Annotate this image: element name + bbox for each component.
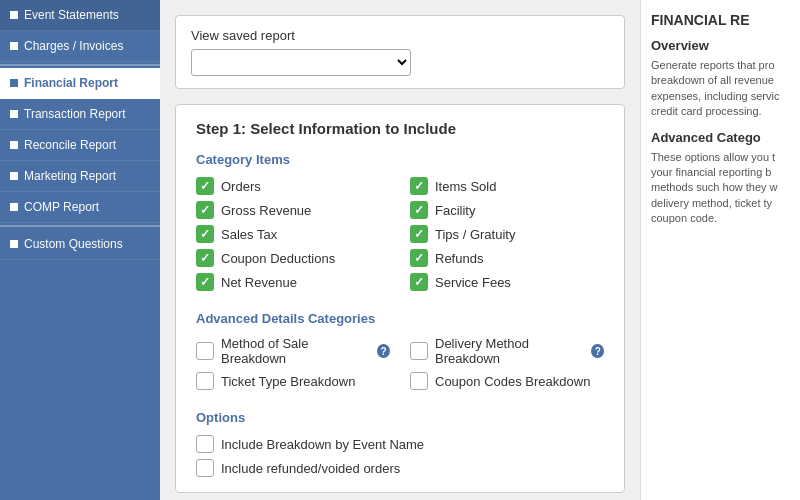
- saved-report-box: View saved report: [175, 15, 625, 89]
- step-box: Step 1: Select Information to Include Ca…: [175, 104, 625, 493]
- checkbox-method-of-sale: Method of Sale Breakdown ?: [196, 336, 390, 366]
- sidebar-item-charges-invoices[interactable]: Charges / Invoices: [0, 31, 160, 62]
- saved-report-select[interactable]: [191, 49, 411, 76]
- method-of-sale-label: Method of Sale Breakdown: [221, 336, 367, 366]
- refunded-voided-label: Include refunded/voided orders: [221, 461, 400, 476]
- checkbox-service-fees: Service Fees: [410, 273, 604, 291]
- method-of-sale-info-icon[interactable]: ?: [377, 344, 390, 358]
- checkbox-coupon-deductions: Coupon Deductions: [196, 249, 390, 267]
- right-panel: FINANCIAL RE Overview Generate reports t…: [640, 0, 800, 500]
- sales-tax-label: Sales Tax: [221, 227, 277, 242]
- saved-report-label: View saved report: [191, 28, 609, 43]
- checkbox-facility: Facility: [410, 201, 604, 219]
- bullet-icon: [10, 172, 18, 180]
- bullet-icon: [10, 141, 18, 149]
- bullet-icon: [10, 79, 18, 87]
- checkbox-breakdown-by-event: Include Breakdown by Event Name: [196, 435, 604, 453]
- refunded-voided-checkbox[interactable]: [196, 459, 214, 477]
- sidebar-item-marketing-report[interactable]: Marketing Report: [0, 161, 160, 192]
- main-content: View saved report Step 1: Select Informa…: [160, 0, 640, 500]
- checkbox-gross-revenue: Gross Revenue: [196, 201, 390, 219]
- coupon-deductions-checkbox[interactable]: [196, 249, 214, 267]
- checkbox-refunds: Refunds: [410, 249, 604, 267]
- delivery-method-info-icon[interactable]: ?: [591, 344, 604, 358]
- gross-revenue-checkbox[interactable]: [196, 201, 214, 219]
- service-fees-checkbox[interactable]: [410, 273, 428, 291]
- sidebar-item-comp-report[interactable]: COMP Report: [0, 192, 160, 223]
- checkbox-ticket-type: Ticket Type Breakdown: [196, 372, 390, 390]
- delivery-method-label: Delivery Method Breakdown: [435, 336, 581, 366]
- options-list: Include Breakdown by Event Name Include …: [196, 435, 604, 477]
- delivery-method-checkbox[interactable]: [410, 342, 428, 360]
- sidebar-item-financial-report[interactable]: Financial Report: [0, 68, 160, 99]
- checkbox-delivery-method: Delivery Method Breakdown ?: [410, 336, 604, 366]
- refunds-checkbox[interactable]: [410, 249, 428, 267]
- service-fees-label: Service Fees: [435, 275, 511, 290]
- sidebar-item-reconcile-report[interactable]: Reconcile Report: [0, 130, 160, 161]
- step-title: Step 1: Select Information to Include: [196, 120, 604, 137]
- gross-revenue-label: Gross Revenue: [221, 203, 311, 218]
- ticket-type-label: Ticket Type Breakdown: [221, 374, 355, 389]
- ticket-type-checkbox[interactable]: [196, 372, 214, 390]
- method-of-sale-checkbox[interactable]: [196, 342, 214, 360]
- checkbox-orders: Orders: [196, 177, 390, 195]
- facility-label: Facility: [435, 203, 475, 218]
- advanced-details-grid: Method of Sale Breakdown ? Delivery Meth…: [196, 336, 604, 390]
- sidebar: Event Statements Charges / Invoices Fina…: [0, 0, 160, 500]
- options-title: Options: [196, 410, 604, 425]
- net-revenue-checkbox[interactable]: [196, 273, 214, 291]
- sidebar-item-event-statements[interactable]: Event Statements: [0, 0, 160, 31]
- advanced-details-title: Advanced Details Categories: [196, 311, 604, 326]
- overview-title: Overview: [651, 38, 790, 53]
- breakdown-by-event-label: Include Breakdown by Event Name: [221, 437, 424, 452]
- right-panel-title: FINANCIAL RE: [651, 12, 790, 28]
- tips-gratuity-label: Tips / Gratuity: [435, 227, 515, 242]
- checkbox-refunded-voided: Include refunded/voided orders: [196, 459, 604, 477]
- checkbox-coupon-codes: Coupon Codes Breakdown: [410, 372, 604, 390]
- items-sold-label: Items Sold: [435, 179, 496, 194]
- coupon-deductions-label: Coupon Deductions: [221, 251, 335, 266]
- tips-gratuity-checkbox[interactable]: [410, 225, 428, 243]
- sidebar-item-transaction-report[interactable]: Transaction Report: [0, 99, 160, 130]
- coupon-codes-label: Coupon Codes Breakdown: [435, 374, 590, 389]
- orders-label: Orders: [221, 179, 261, 194]
- net-revenue-label: Net Revenue: [221, 275, 297, 290]
- coupon-codes-checkbox[interactable]: [410, 372, 428, 390]
- bullet-icon: [10, 240, 18, 248]
- facility-checkbox[interactable]: [410, 201, 428, 219]
- breakdown-by-event-checkbox[interactable]: [196, 435, 214, 453]
- bullet-icon: [10, 203, 18, 211]
- advanced-catego-text: These options allow you t your financial…: [651, 150, 790, 227]
- bullet-icon: [10, 42, 18, 50]
- advanced-catego-title: Advanced Catego: [651, 130, 790, 145]
- checkbox-net-revenue: Net Revenue: [196, 273, 390, 291]
- category-items-grid: Orders Items Sold Gross Revenue Facility…: [196, 177, 604, 291]
- checkbox-items-sold: Items Sold: [410, 177, 604, 195]
- orders-checkbox[interactable]: [196, 177, 214, 195]
- checkbox-sales-tax: Sales Tax: [196, 225, 390, 243]
- category-items-title: Category Items: [196, 152, 604, 167]
- checkbox-tips-gratuity: Tips / Gratuity: [410, 225, 604, 243]
- bullet-icon: [10, 11, 18, 19]
- items-sold-checkbox[interactable]: [410, 177, 428, 195]
- refunds-label: Refunds: [435, 251, 483, 266]
- sidebar-item-custom-questions[interactable]: Custom Questions: [0, 229, 160, 260]
- bullet-icon: [10, 110, 18, 118]
- sales-tax-checkbox[interactable]: [196, 225, 214, 243]
- overview-text: Generate reports that pro breakdown of a…: [651, 58, 790, 120]
